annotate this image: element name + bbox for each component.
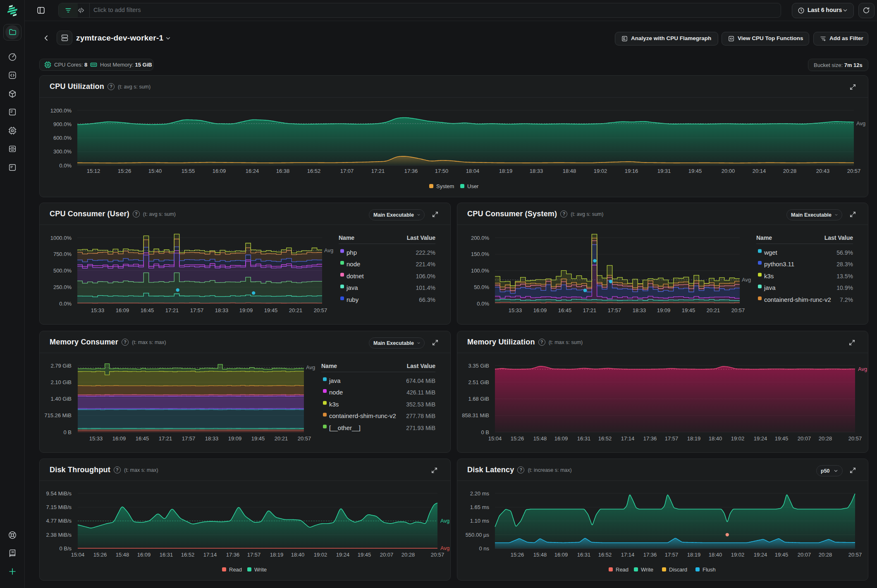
svg-text:16:09: 16:09 <box>554 435 568 442</box>
svg-text:150.0%: 150.0% <box>471 251 490 257</box>
svg-text:100.0%: 100.0% <box>471 268 490 274</box>
svg-text:0 B/s: 0 B/s <box>59 545 72 552</box>
svg-text:2.51 GiB: 2.51 GiB <box>468 379 489 385</box>
svg-text:15:40: 15:40 <box>148 168 162 174</box>
svg-text:Name: Name <box>339 234 354 241</box>
svg-text:750.0%: 750.0% <box>53 251 72 257</box>
svg-text:18:19: 18:19 <box>687 552 701 558</box>
svg-text:28.3%: 28.3% <box>836 261 853 268</box>
svg-text:19:45: 19:45 <box>682 307 695 313</box>
svg-text:858.31 MiB: 858.31 MiB <box>462 412 489 418</box>
svg-text:17:14: 17:14 <box>203 552 217 558</box>
svg-text:Name: Name <box>756 234 772 241</box>
svg-text:20:57: 20:57 <box>848 552 862 558</box>
svg-text:16:52: 16:52 <box>181 552 195 558</box>
svg-text:17:21: 17:21 <box>165 307 179 313</box>
svg-text:200.0%: 200.0% <box>471 235 490 241</box>
svg-text:15:33: 15:33 <box>91 307 105 313</box>
svg-text:2.10 GiB: 2.10 GiB <box>50 379 72 385</box>
svg-text:20:28: 20:28 <box>401 552 415 558</box>
svg-text:50.0%: 50.0% <box>474 284 489 290</box>
svg-text:17:57: 17:57 <box>190 307 204 313</box>
svg-text:16:52: 16:52 <box>598 552 612 558</box>
svg-text:15:26: 15:26 <box>511 552 524 558</box>
svg-text:900.0%: 900.0% <box>53 121 72 127</box>
svg-text:node: node <box>346 261 360 268</box>
svg-text:19:09: 19:09 <box>657 307 671 313</box>
svg-text:Avg: Avg <box>858 366 867 372</box>
svg-text:19:02: 19:02 <box>731 552 745 558</box>
svg-text:221.4%: 221.4% <box>416 261 435 268</box>
svg-text:20:43: 20:43 <box>816 168 830 174</box>
svg-text:16:45: 16:45 <box>141 307 154 313</box>
svg-text:16:09: 16:09 <box>137 552 151 558</box>
svg-text:16:09: 16:09 <box>112 435 126 442</box>
svg-text:16:31: 16:31 <box>160 552 173 558</box>
svg-text:20:57: 20:57 <box>731 307 745 313</box>
svg-text:18:33: 18:33 <box>205 435 219 442</box>
svg-text:10.9%: 10.9% <box>836 284 853 291</box>
svg-text:19:02: 19:02 <box>731 435 745 442</box>
svg-text:20:07: 20:07 <box>380 552 394 558</box>
svg-text:20:00: 20:00 <box>722 168 735 174</box>
svg-text:17:36: 17:36 <box>643 552 657 558</box>
svg-text:Read: Read <box>616 566 628 573</box>
svg-text:20:57: 20:57 <box>314 307 327 313</box>
svg-text:16:52: 16:52 <box>598 435 612 442</box>
svg-text:19:45: 19:45 <box>251 435 265 442</box>
svg-text:250.0%: 250.0% <box>53 284 72 290</box>
svg-text:0 B: 0 B <box>481 429 489 435</box>
svg-text:Name: Name <box>321 363 337 369</box>
svg-text:node: node <box>329 389 343 396</box>
svg-text:1200.0%: 1200.0% <box>50 108 72 114</box>
svg-text:15:04: 15:04 <box>71 552 85 558</box>
svg-text:17:57: 17:57 <box>608 307 621 313</box>
svg-text:17:21: 17:21 <box>583 307 597 313</box>
svg-text:0.0%: 0.0% <box>59 163 72 169</box>
svg-text:674.04 MiB: 674.04 MiB <box>406 378 435 384</box>
svg-text:16:09: 16:09 <box>533 307 547 313</box>
svg-text:19:09: 19:09 <box>239 307 253 313</box>
svg-text:ruby: ruby <box>346 296 359 303</box>
svg-text:15:26: 15:26 <box>511 435 524 442</box>
svg-text:Read: Read <box>229 566 242 573</box>
svg-text:15:48: 15:48 <box>116 552 129 558</box>
svg-text:15:33: 15:33 <box>89 435 103 442</box>
svg-text:Avg: Avg <box>856 120 865 127</box>
svg-text:containerd-shim-runc-v2: containerd-shim-runc-v2 <box>329 412 396 419</box>
svg-text:19:09: 19:09 <box>228 435 242 442</box>
svg-text:php: php <box>346 249 357 256</box>
svg-text:0 B: 0 B <box>63 429 72 435</box>
svg-text:18:33: 18:33 <box>530 168 543 174</box>
svg-text:17:14: 17:14 <box>621 435 635 442</box>
svg-text:20:14: 20:14 <box>753 168 766 174</box>
svg-text:17:57: 17:57 <box>247 552 261 558</box>
svg-text:java: java <box>329 377 341 384</box>
svg-text:17:07: 17:07 <box>340 168 354 174</box>
svg-text:2.38 MiB/s: 2.38 MiB/s <box>46 532 72 538</box>
svg-text:19:45: 19:45 <box>264 307 278 313</box>
svg-text:9.54 MiB/s: 9.54 MiB/s <box>46 490 72 497</box>
svg-text:19:45: 19:45 <box>775 552 789 558</box>
svg-text:3.35 GiB: 3.35 GiB <box>468 363 489 369</box>
svg-text:Write: Write <box>254 566 267 573</box>
svg-text:2.79 GiB: 2.79 GiB <box>50 363 72 369</box>
svg-text:17:14: 17:14 <box>621 552 635 558</box>
svg-text:17:57: 17:57 <box>665 435 679 442</box>
svg-text:66.3%: 66.3% <box>419 296 435 303</box>
svg-text:Avg: Avg <box>324 247 333 253</box>
svg-text:550.00 µs: 550.00 µs <box>466 532 490 538</box>
svg-text:18:40: 18:40 <box>709 435 722 442</box>
svg-text:19:24: 19:24 <box>754 552 767 558</box>
svg-text:python3.11: python3.11 <box>764 261 794 268</box>
svg-text:15:26: 15:26 <box>118 168 131 174</box>
svg-text:19:24: 19:24 <box>754 435 767 442</box>
svg-text:dotnet: dotnet <box>346 272 364 280</box>
svg-text:7.15 MiB/s: 7.15 MiB/s <box>46 504 72 510</box>
svg-text:15:33: 15:33 <box>509 307 522 313</box>
svg-text:13.5%: 13.5% <box>836 273 853 280</box>
svg-text:20:57: 20:57 <box>848 435 862 442</box>
svg-text:18:33: 18:33 <box>633 307 646 313</box>
svg-text:271.93 MiB: 271.93 MiB <box>406 425 435 431</box>
svg-text:Last Value: Last Value <box>824 234 853 241</box>
